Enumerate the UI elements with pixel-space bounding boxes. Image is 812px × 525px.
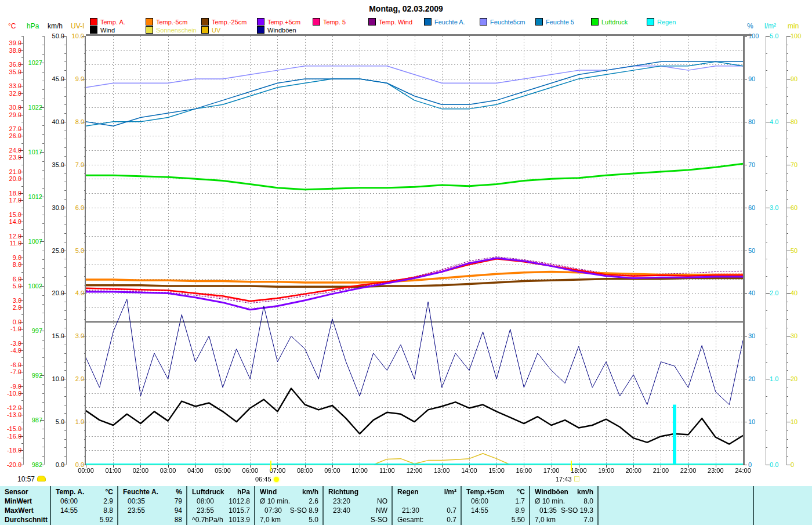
legend-item: Sonnenschein (146, 26, 197, 34)
axis-unit-degC: °C (8, 22, 16, 30)
summary-cell-row (393, 497, 461, 506)
axis-tick-label: 4.0 (770, 118, 778, 125)
sunset-square-icon (574, 476, 579, 481)
sunrise-marker-line (270, 461, 271, 471)
axis-minor-tick (21, 122, 23, 122)
axis-minor-tick (64, 233, 66, 234)
legend-swatch-icon (424, 18, 432, 26)
hour-label: 07:00 (266, 467, 289, 474)
summary-cell-time: 21:30 (393, 506, 419, 515)
axis-tick (786, 336, 791, 336)
axis-tick-label: 60 (791, 204, 798, 211)
hour-label: 15:00 (485, 467, 508, 474)
axis-tick-label: -15.0 (0, 425, 21, 432)
hour-label: 06:00 (238, 467, 262, 474)
axis-tick-label: -10.0 (0, 390, 21, 397)
summary-cell-row: 01:35S-SO 19.3 (530, 506, 597, 515)
axis-minor-tick (42, 89, 44, 90)
axis-minor-tick (42, 54, 44, 55)
axis-minor-tick (64, 242, 66, 242)
summary-cell-row: 23:5594 (118, 506, 186, 515)
axis-minor-tick (42, 456, 44, 457)
axis-minor-tick (786, 259, 788, 259)
axis-minor-tick (42, 384, 44, 385)
summary-cell-row: 07:30S-SO 8.9 (255, 506, 322, 515)
axis-minor-tick (786, 362, 788, 363)
legend-item: Temp.-5cm (146, 18, 187, 26)
axis-minor-tick (64, 113, 66, 114)
summary-cell-row: 23:40NW (324, 506, 392, 515)
axis-tick (786, 36, 791, 37)
axis-tick-label: 3.0 (56, 332, 84, 339)
axis-minor-tick (64, 388, 66, 388)
axis-minor-tick (42, 143, 44, 144)
axis-minor-tick (786, 456, 788, 457)
summary-cell-value: 8.9 (515, 506, 529, 515)
axis-minor-tick (64, 302, 66, 302)
legend: Temp. A.Temp.-5cmTemp.-25cmTemp.+5cmTemp… (0, 0, 812, 35)
axis-tick-label: 8.0 (0, 261, 21, 268)
axis-minor-tick (786, 310, 788, 311)
axis-minor-tick (786, 396, 788, 397)
summary-column-unit: °C (517, 487, 529, 497)
summary-cell-time: 7,0 km (530, 515, 556, 524)
axis-minor-tick (21, 57, 23, 58)
axis-minor-tick (786, 70, 788, 71)
axis-minor-tick (21, 293, 23, 294)
axis-minor-tick (42, 259, 44, 260)
summary-column-unit: % (176, 487, 186, 497)
axis-minor-tick (64, 216, 66, 216)
axis-tick (766, 36, 770, 37)
axis-minor-tick (786, 131, 788, 131)
legend-label: Temp.-5cm (156, 19, 187, 26)
hour-label: 24:00 (731, 467, 755, 474)
axis-tick-label: 29.0 (0, 111, 21, 118)
axis-minor-tick (42, 45, 44, 45)
axis-tick-label: 2.0 (0, 304, 21, 311)
summary-column-name: Feuchte A. (118, 487, 158, 497)
legend-item: Temp. A. (90, 18, 125, 26)
summary-cell-row: Ø 10 min.2.6 (255, 497, 322, 506)
axis-minor-tick (21, 165, 23, 165)
axis-tick-label: 1.0 (770, 375, 778, 382)
summary-column: Richtung23:20NO23:40NWS-SO (324, 486, 393, 525)
hour-label: 21:00 (649, 467, 672, 474)
summary-table: SensorMinWertMaxWertDurchschnittTemp. A.… (0, 486, 812, 525)
summary-column-unit: km/h (577, 487, 597, 497)
axis-minor-tick (766, 104, 767, 105)
summary-column: Windkm/hØ 10 min.2.607:30S-SO 8.97,0 km5… (255, 486, 324, 525)
axis-tick-label: -3.0 (0, 340, 21, 347)
axis-minor-tick (21, 314, 23, 315)
axis-minor-tick (21, 336, 23, 336)
summary-cell-time: 08:00 (187, 497, 214, 506)
axis-tick-label: 6.0 (0, 276, 21, 283)
axis-minor-tick (64, 276, 66, 277)
summary-cell-row: 14:558.9 (462, 506, 529, 515)
axis-tick-label: 1007 (14, 238, 42, 245)
axis-tick-label: 2.0 (770, 289, 778, 296)
summary-cell-row: 23:20NO (324, 497, 392, 506)
axis-minor-tick (786, 147, 788, 148)
axis-minor-tick (766, 430, 767, 431)
axis-minor-tick (766, 70, 767, 71)
axis-minor-tick (766, 88, 767, 88)
axis-tick-label: 3.0 (770, 204, 778, 211)
axis-minor-tick (42, 134, 44, 135)
axis-tick (766, 122, 770, 122)
axis-tick-label: 60 (748, 204, 755, 211)
legend-swatch-icon (201, 26, 209, 34)
axis-minor-tick (786, 276, 788, 277)
sun-cloud-icon (37, 476, 46, 481)
axis-minor-tick (64, 396, 66, 397)
axis-minor-tick (42, 304, 44, 305)
axis-minor-tick (766, 53, 767, 54)
summary-cell-row: 14:558.8 (51, 506, 117, 515)
summary-cell-time: ^0.7hPa/h (187, 515, 223, 524)
axis-minor-tick (42, 179, 44, 179)
hour-label: 10:00 (348, 467, 371, 474)
axis-minor-tick (42, 411, 44, 412)
legend-swatch-icon (90, 18, 97, 26)
summary-cell-row: 08:001012.8 (187, 497, 254, 506)
axis-tick (786, 122, 791, 122)
hour-label: 23:00 (704, 467, 727, 474)
